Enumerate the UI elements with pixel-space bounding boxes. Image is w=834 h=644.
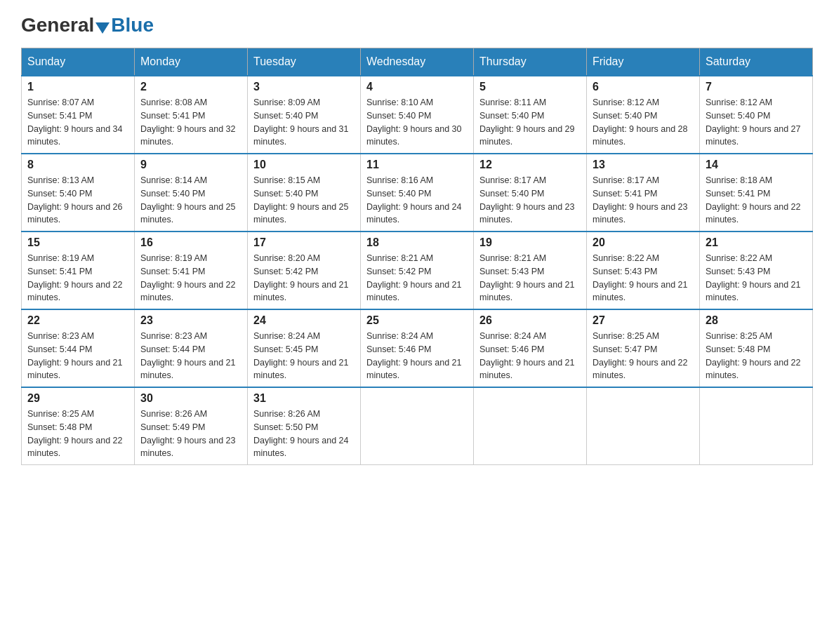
- calendar-cell: 19Sunrise: 8:21 AMSunset: 5:43 PMDayligh…: [474, 232, 587, 309]
- day-number: 8: [27, 159, 128, 171]
- calendar-cell: 1Sunrise: 8:07 AMSunset: 5:41 PMDaylight…: [22, 76, 135, 154]
- calendar-cell: 16Sunrise: 8:19 AMSunset: 5:41 PMDayligh…: [135, 232, 248, 309]
- calendar-cell: 15Sunrise: 8:19 AMSunset: 5:41 PMDayligh…: [22, 232, 135, 309]
- calendar-header-thursday: Thursday: [474, 48, 587, 76]
- day-info: Sunrise: 8:26 AMSunset: 5:50 PMDaylight:…: [253, 408, 355, 460]
- calendar-cell: 21Sunrise: 8:22 AMSunset: 5:43 PMDayligh…: [700, 232, 813, 309]
- day-info: Sunrise: 8:24 AMSunset: 5:45 PMDaylight:…: [253, 330, 355, 382]
- logo-blue-text: Blue: [111, 14, 154, 36]
- day-number: 19: [479, 236, 581, 249]
- calendar-cell: [474, 387, 587, 465]
- calendar-week-row: 1Sunrise: 8:07 AMSunset: 5:41 PMDaylight…: [22, 76, 813, 154]
- day-info: Sunrise: 8:12 AMSunset: 5:40 PMDaylight:…: [706, 96, 807, 149]
- calendar-cell: 30Sunrise: 8:26 AMSunset: 5:49 PMDayligh…: [135, 387, 248, 465]
- calendar-cell: 26Sunrise: 8:24 AMSunset: 5:46 PMDayligh…: [474, 309, 587, 387]
- calendar-cell: 24Sunrise: 8:24 AMSunset: 5:45 PMDayligh…: [248, 309, 361, 387]
- calendar-cell: 18Sunrise: 8:21 AMSunset: 5:42 PMDayligh…: [361, 232, 474, 309]
- calendar-header-monday: Monday: [135, 48, 248, 76]
- day-number: 17: [253, 236, 355, 249]
- day-number: 5: [479, 81, 581, 93]
- day-info: Sunrise: 8:17 AMSunset: 5:41 PMDaylight:…: [593, 174, 694, 227]
- calendar-table: SundayMondayTuesdayWednesdayThursdayFrid…: [21, 48, 813, 465]
- calendar-cell: 6Sunrise: 8:12 AMSunset: 5:40 PMDaylight…: [587, 76, 700, 154]
- day-info: Sunrise: 8:21 AMSunset: 5:43 PMDaylight:…: [479, 252, 581, 304]
- logo-general-text: General: [21, 14, 94, 36]
- calendar-cell: 28Sunrise: 8:25 AMSunset: 5:48 PMDayligh…: [700, 309, 813, 387]
- day-number: 2: [140, 81, 241, 93]
- calendar-cell: 9Sunrise: 8:14 AMSunset: 5:40 PMDaylight…: [135, 154, 248, 232]
- day-number: 18: [366, 236, 468, 249]
- day-number: 20: [593, 236, 694, 249]
- day-number: 13: [593, 159, 694, 171]
- calendar-cell: 12Sunrise: 8:17 AMSunset: 5:40 PMDayligh…: [474, 154, 587, 232]
- logo: General Blue: [21, 14, 154, 36]
- day-number: 31: [253, 392, 355, 405]
- day-number: 21: [706, 236, 807, 249]
- calendar-week-row: 22Sunrise: 8:23 AMSunset: 5:44 PMDayligh…: [22, 309, 813, 387]
- day-info: Sunrise: 8:25 AMSunset: 5:48 PMDaylight:…: [706, 330, 807, 382]
- day-info: Sunrise: 8:24 AMSunset: 5:46 PMDaylight:…: [479, 330, 581, 382]
- calendar-cell: 23Sunrise: 8:23 AMSunset: 5:44 PMDayligh…: [135, 309, 248, 387]
- calendar-cell: 2Sunrise: 8:08 AMSunset: 5:41 PMDaylight…: [135, 76, 248, 154]
- calendar-header-saturday: Saturday: [700, 48, 813, 76]
- day-info: Sunrise: 8:07 AMSunset: 5:41 PMDaylight:…: [27, 96, 128, 149]
- day-number: 26: [479, 314, 581, 327]
- day-info: Sunrise: 8:16 AMSunset: 5:40 PMDaylight:…: [366, 174, 468, 227]
- day-info: Sunrise: 8:20 AMSunset: 5:42 PMDaylight:…: [253, 252, 355, 304]
- day-info: Sunrise: 8:14 AMSunset: 5:40 PMDaylight:…: [140, 174, 241, 227]
- calendar-cell: 10Sunrise: 8:15 AMSunset: 5:40 PMDayligh…: [248, 154, 361, 232]
- calendar-cell: [587, 387, 700, 465]
- day-number: 9: [140, 159, 241, 171]
- day-info: Sunrise: 8:12 AMSunset: 5:40 PMDaylight:…: [593, 96, 694, 149]
- calendar-cell: 4Sunrise: 8:10 AMSunset: 5:40 PMDaylight…: [361, 76, 474, 154]
- day-number: 30: [140, 392, 241, 405]
- calendar-cell: 11Sunrise: 8:16 AMSunset: 5:40 PMDayligh…: [361, 154, 474, 232]
- day-info: Sunrise: 8:13 AMSunset: 5:40 PMDaylight:…: [27, 174, 128, 227]
- calendar-cell: 7Sunrise: 8:12 AMSunset: 5:40 PMDaylight…: [700, 76, 813, 154]
- day-info: Sunrise: 8:10 AMSunset: 5:40 PMDaylight:…: [366, 96, 468, 149]
- day-number: 27: [593, 314, 694, 327]
- calendar-cell: 27Sunrise: 8:25 AMSunset: 5:47 PMDayligh…: [587, 309, 700, 387]
- day-number: 1: [27, 81, 128, 93]
- calendar-week-row: 8Sunrise: 8:13 AMSunset: 5:40 PMDaylight…: [22, 154, 813, 232]
- calendar-cell: 13Sunrise: 8:17 AMSunset: 5:41 PMDayligh…: [587, 154, 700, 232]
- day-info: Sunrise: 8:08 AMSunset: 5:41 PMDaylight:…: [140, 96, 241, 149]
- page-header: General Blue: [21, 14, 813, 36]
- calendar-header-sunday: Sunday: [22, 48, 135, 76]
- calendar-week-row: 15Sunrise: 8:19 AMSunset: 5:41 PMDayligh…: [22, 232, 813, 309]
- day-number: 24: [253, 314, 355, 327]
- logo-arrow-icon: [95, 22, 110, 34]
- calendar-cell: 22Sunrise: 8:23 AMSunset: 5:44 PMDayligh…: [22, 309, 135, 387]
- calendar-week-row: 29Sunrise: 8:25 AMSunset: 5:48 PMDayligh…: [22, 387, 813, 465]
- day-number: 28: [706, 314, 807, 327]
- day-info: Sunrise: 8:11 AMSunset: 5:40 PMDaylight:…: [479, 96, 581, 149]
- day-number: 7: [706, 81, 807, 93]
- day-number: 16: [140, 236, 241, 249]
- day-info: Sunrise: 8:24 AMSunset: 5:46 PMDaylight:…: [366, 330, 468, 382]
- calendar-cell: [361, 387, 474, 465]
- day-info: Sunrise: 8:22 AMSunset: 5:43 PMDaylight:…: [706, 252, 807, 304]
- day-info: Sunrise: 8:18 AMSunset: 5:41 PMDaylight:…: [706, 174, 807, 227]
- calendar-cell: 14Sunrise: 8:18 AMSunset: 5:41 PMDayligh…: [700, 154, 813, 232]
- calendar-header-friday: Friday: [587, 48, 700, 76]
- day-number: 10: [253, 159, 355, 171]
- day-number: 11: [366, 159, 468, 171]
- day-number: 12: [479, 159, 581, 171]
- calendar-cell: 31Sunrise: 8:26 AMSunset: 5:50 PMDayligh…: [248, 387, 361, 465]
- day-number: 29: [27, 392, 128, 405]
- day-number: 23: [140, 314, 241, 327]
- day-info: Sunrise: 8:15 AMSunset: 5:40 PMDaylight:…: [253, 174, 355, 227]
- day-info: Sunrise: 8:26 AMSunset: 5:49 PMDaylight:…: [140, 408, 241, 460]
- day-info: Sunrise: 8:22 AMSunset: 5:43 PMDaylight:…: [593, 252, 694, 304]
- day-number: 25: [366, 314, 468, 327]
- calendar-header-row: SundayMondayTuesdayWednesdayThursdayFrid…: [22, 48, 813, 76]
- calendar-cell: 8Sunrise: 8:13 AMSunset: 5:40 PMDaylight…: [22, 154, 135, 232]
- calendar-header-tuesday: Tuesday: [248, 48, 361, 76]
- day-number: 4: [366, 81, 468, 93]
- calendar-cell: 20Sunrise: 8:22 AMSunset: 5:43 PMDayligh…: [587, 232, 700, 309]
- day-number: 22: [27, 314, 128, 327]
- calendar-cell: 17Sunrise: 8:20 AMSunset: 5:42 PMDayligh…: [248, 232, 361, 309]
- day-info: Sunrise: 8:19 AMSunset: 5:41 PMDaylight:…: [140, 252, 241, 304]
- day-info: Sunrise: 8:09 AMSunset: 5:40 PMDaylight:…: [253, 96, 355, 149]
- day-info: Sunrise: 8:21 AMSunset: 5:42 PMDaylight:…: [366, 252, 468, 304]
